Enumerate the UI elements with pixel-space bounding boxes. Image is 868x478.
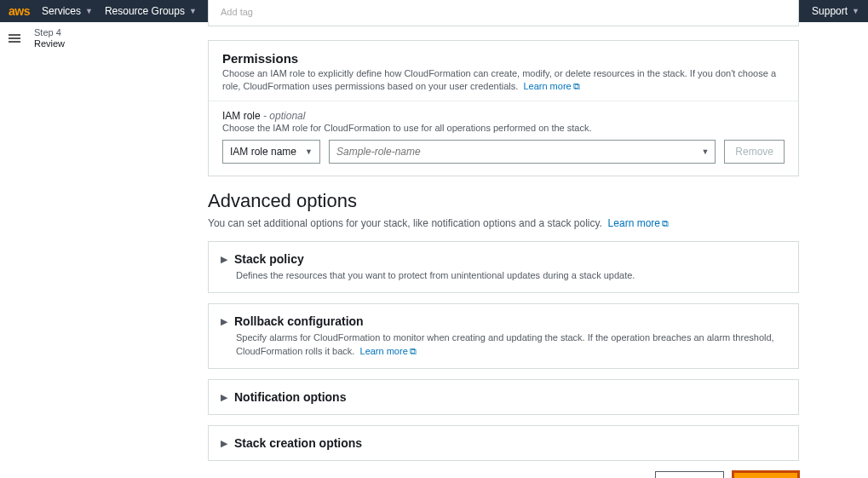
nav-services-label: Services [42,5,81,17]
cancel-button[interactable]: Cancel [595,471,647,478]
caret-right-icon: ▶ [221,254,227,265]
creation-title: Stack creation options [234,436,362,450]
iam-role-label: IAM role - optional [222,110,785,122]
step-name: Review [34,38,187,49]
stack-policy-desc: Defines the resources that you want to p… [236,269,785,282]
caret-right-icon: ▶ [221,316,227,327]
add-tag-panel: Add tag [208,0,799,26]
nav-resource-groups-label: Resource Groups [105,5,185,17]
chevron-down-icon: ▼ [305,147,313,156]
chevron-down-icon: ▼ [189,7,197,15]
permissions-learn-more-link[interactable]: Learn more [523,81,571,91]
nav-services[interactable]: Services ▼ [42,5,93,17]
advanced-learn-more-link[interactable]: Learn more [608,217,660,229]
rollback-learn-more-link[interactable]: Learn more [360,346,408,356]
step-label: Step 4 [34,27,187,37]
chevron-down-icon: ▼ [852,7,859,15]
nav-resource-groups[interactable]: Resource Groups ▼ [105,5,197,17]
rollback-title: Rollback configuration [234,314,364,328]
iam-role-type-label: IAM role name [230,146,296,158]
advanced-options-desc: You can set additional options for your … [208,217,799,229]
rollback-desc: Specify alarms for CloudFormation to mon… [236,331,785,358]
external-link-icon: ⧉ [410,345,417,358]
chevron-down-icon: ▼ [85,7,93,15]
iam-role-help: Choose the IAM role for CloudFormation t… [222,123,785,133]
nav-support[interactable]: Support ▼ [812,5,859,17]
remove-button[interactable]: Remove [724,140,785,164]
next-button[interactable]: Next [733,471,799,478]
creation-expander[interactable]: ▶ Stack creation options [208,425,799,461]
iam-role-type-select[interactable]: IAM role name ▼ [222,140,320,164]
nav-support-label: Support [812,5,848,17]
wizard-footer: Cancel Previous Next [208,471,799,478]
permissions-panel: Permissions Choose an IAM role to explic… [208,40,799,176]
stack-policy-expander[interactable]: ▶ Stack policy Defines the resources tha… [208,241,799,293]
caret-right-icon: ▶ [221,438,227,449]
previous-button[interactable]: Previous [655,471,724,478]
aws-logo[interactable]: aws [9,4,30,18]
notification-expander[interactable]: ▶ Notification options [208,379,799,415]
caret-right-icon: ▶ [221,392,227,403]
permissions-title: Permissions [222,51,785,66]
hamburger-icon[interactable] [5,29,24,48]
external-link-icon: ⧉ [662,218,669,229]
wizard-sidebar: Step 4 Review [26,22,196,54]
permissions-subtitle-text: Choose an IAM role to explicitly define … [222,68,776,91]
add-tag-label[interactable]: Add tag [221,7,253,17]
notification-title: Notification options [234,390,346,404]
permissions-subtitle: Choose an IAM role to explicitly define … [222,67,785,94]
main-content: Add tag Permissions Choose an IAM role t… [208,0,799,478]
advanced-options-title: Advanced options [208,190,799,212]
rollback-expander[interactable]: ▶ Rollback configuration Specify alarms … [208,303,799,369]
iam-role-name-input[interactable] [329,140,716,164]
stack-policy-title: Stack policy [234,252,304,266]
external-link-icon: ⧉ [573,80,580,93]
